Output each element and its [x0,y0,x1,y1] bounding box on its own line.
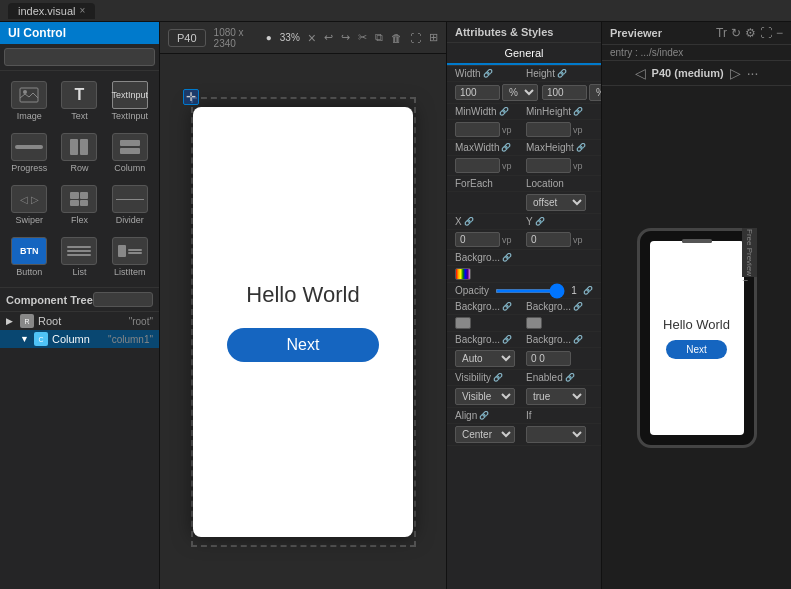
visibility-select[interactable]: Visible [455,388,515,405]
attr-row-bg-swatch [447,266,601,283]
background3-link[interactable]: 🔗 [573,302,583,311]
component-item-progress[interactable]: Progress [6,129,52,177]
minimize-btn[interactable]: − [776,26,783,40]
text-label: Text [71,111,88,121]
component-item-textinput[interactable]: TextInput TextInput [107,77,153,125]
component-item-column[interactable]: Column [107,129,153,177]
bg2-color-swatch[interactable] [455,317,471,329]
redo-icon[interactable]: ↪ [341,31,350,44]
location-label: Location [526,178,564,189]
opacity-link[interactable]: 🔗 [583,286,593,295]
background-link[interactable]: 🔗 [502,253,512,262]
previewer-title: Previewer [610,27,662,39]
attr-row-bg4-vals: Auto [447,348,601,370]
enabled-link[interactable]: 🔗 [565,373,575,382]
tab-general[interactable]: General [447,43,601,65]
width-input[interactable] [455,85,500,100]
width-unit-select[interactable]: %vp [502,84,538,101]
width-label: Width [455,68,481,79]
close-canvas-btn[interactable]: × [308,30,316,46]
height-unit-select[interactable]: %vp [589,84,601,101]
canvas-area[interactable]: ✛ Hello World Next [160,54,446,589]
tree-root-arrow: ▶ [6,316,16,326]
align-select[interactable]: Center [455,426,515,443]
grid-icon[interactable]: ⊞ [429,31,438,44]
component-item-listitem[interactable]: ListItem [107,233,153,281]
enabled-select[interactable]: true [526,388,586,405]
if-select[interactable] [526,426,586,443]
x-input[interactable] [455,232,500,247]
swiper-label: Swiper [15,215,43,225]
tree-column-value: "column1" [108,334,153,345]
enabled-val: true [526,388,593,405]
component-item-image[interactable]: Image [6,77,52,125]
copy-icon[interactable]: ⧉ [375,31,383,44]
more-btn[interactable]: ··· [747,65,759,81]
opacity-slider[interactable] [495,289,565,293]
component-item-text[interactable]: T Text [56,77,102,125]
zoom-fit-icon[interactable]: ⛶ [410,32,421,44]
tree-item-column[interactable]: ▼ C Column "column1" [0,330,159,348]
bg5-input[interactable] [526,351,571,366]
attr-row-maxwh-vals: vp vp [447,156,601,176]
tab-close-button[interactable]: × [79,5,85,16]
device-selector[interactable]: P40 [168,29,206,47]
bg4-select[interactable]: Auto [455,350,515,367]
previewer-device-bar: ◁ P40 (medium) ▷ ··· [602,61,791,86]
text-btn[interactable]: Tr [716,26,727,40]
component-item-button[interactable]: BTN Button [6,233,52,281]
settings-btn[interactable]: ⚙ [745,26,756,40]
move-handle[interactable]: ✛ [183,89,199,105]
max-height-input[interactable] [526,158,571,173]
maxheight-link[interactable]: 🔗 [576,143,586,152]
image-component-icon [11,81,47,109]
undo-icon[interactable]: ↩ [324,31,333,44]
canvas-hello-text: Hello World [246,282,359,308]
refresh-btn[interactable]: ↻ [731,26,741,40]
row-component-icon [61,133,97,161]
tree-search-input[interactable] [93,292,153,307]
background2-link[interactable]: 🔗 [502,302,512,311]
tree-item-root[interactable]: ▶ R Root "root" [0,312,159,330]
sidebar: UI Control Image T Text [0,22,160,589]
maxwidth-link[interactable]: 🔗 [501,143,511,152]
max-width-input[interactable] [455,158,500,173]
component-item-list[interactable]: List [56,233,102,281]
y-input[interactable] [526,232,571,247]
component-item-flex[interactable]: Flex [56,181,102,229]
component-search-input[interactable] [4,48,155,66]
bg3-color-swatch[interactable] [526,317,542,329]
prev-device-btn[interactable]: ◁ [635,65,646,81]
next-device-btn[interactable]: ▷ [730,65,741,81]
cut-icon[interactable]: ✂ [358,31,367,44]
background4-link[interactable]: 🔗 [502,335,512,344]
fullscreen-btn[interactable]: ⛶ [760,26,772,40]
max-width-unit: vp [502,161,512,171]
bg5-val [526,351,593,366]
component-item-swiper[interactable]: ◁ ▷ Swiper [6,181,52,229]
min-width-input[interactable] [455,122,500,137]
location-select[interactable]: offset [526,194,586,211]
align-link[interactable]: 🔗 [479,411,489,420]
preview-next-button[interactable]: Next [666,340,727,359]
background5-link[interactable]: 🔗 [573,335,583,344]
min-height-label: MinHeight 🔗 [526,106,593,117]
min-height-input[interactable] [526,122,571,137]
component-item-row[interactable]: Row [56,129,102,177]
tab-index-visual[interactable]: index.visual × [8,3,95,19]
listitem-label: ListItem [114,267,146,277]
bg-color-swatch[interactable] [455,268,471,280]
width-value-field: %vp [455,84,538,101]
minwidth-link[interactable]: 🔗 [499,107,509,116]
y-link[interactable]: 🔗 [535,217,545,226]
minheight-link[interactable]: 🔗 [573,107,583,116]
canvas-next-button[interactable]: Next [227,328,380,362]
component-item-divider[interactable]: Divider [107,181,153,229]
height-link-icon[interactable]: 🔗 [557,69,567,78]
min-width-label: MinWidth 🔗 [455,106,522,117]
x-link[interactable]: 🔗 [464,217,474,226]
delete-icon[interactable]: 🗑 [391,32,402,44]
height-input[interactable] [542,85,587,100]
width-link-icon[interactable]: 🔗 [483,69,493,78]
visibility-link[interactable]: 🔗 [493,373,503,382]
